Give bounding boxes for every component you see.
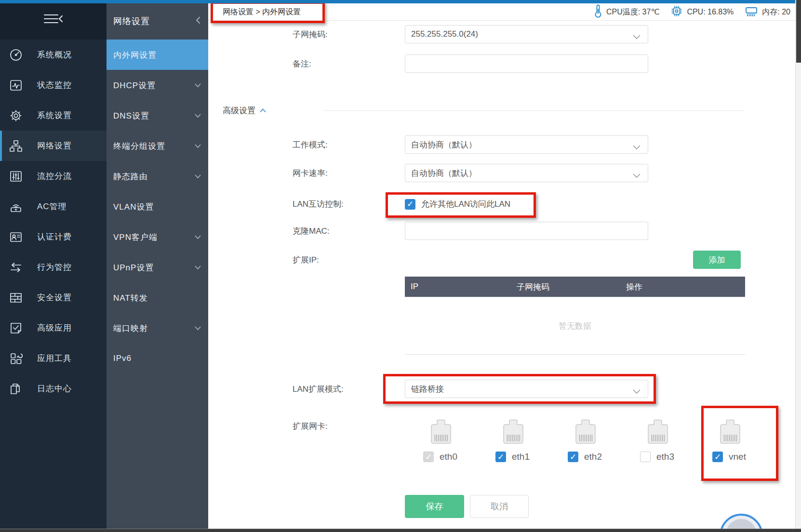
sidebar-item-app-tools[interactable]: 应用工具 [0,343,107,373]
lan-ext-mode-select[interactable]: 链路桥接 [405,380,648,398]
sidebar-item-security-settings[interactable]: 安全设置 [0,282,107,313]
nic-speed-select[interactable]: 自动协商（默认） [405,164,648,182]
router-admin-window: 系统概况 状态监控 系统设置 [0,0,801,532]
lan-access-checkbox[interactable] [405,199,415,210]
port-eth0: eth0 [423,419,471,446]
advanced-settings-toggle[interactable]: 高级设置 [223,105,267,116]
vertical-scrollbar [795,0,801,532]
sidebar-item-label: 应用工具 [37,353,72,364]
chevron-down-icon [194,323,201,333]
sidebar-item-advanced-apps[interactable]: 高级应用 [0,313,107,343]
submenu-item-static-routes[interactable]: 静态路由 [107,161,208,191]
chevron-down-icon [194,141,201,151]
breadcrumb: 网络设置 > 内外网设置 [223,7,301,17]
sidebar-collapse-button[interactable] [0,0,107,40]
sidebar-item-ac-management[interactable]: AC管理 [0,191,107,222]
subnet-mask-select[interactable]: 255.255.255.0(24) [405,25,648,43]
submenu-item-label: DNS设置 [113,110,149,121]
topbar: 网络设置 > 内外网设置 CPU温度: 37℃ CPU: 16.83% [208,3,795,21]
sidebar-item-system-settings[interactable]: 系统设置 [0,100,107,131]
port-name: eth2 [584,452,602,462]
submenu-item-nat-forwarding[interactable]: NAT转发 [107,282,208,313]
network-settings-submenu: 网络设置 内外网设置 DHCP设置 DNS设置 终端分组设置 静态路由 VLAN [107,0,208,532]
lan-access-label: LAN互访控制: [293,199,344,210]
submenu-item-terminal-grouping[interactable]: 终端分组设置 [107,131,208,161]
sidebar-item-auth-billing[interactable]: 认证计费 [0,222,107,252]
column-header-actions: 操作 [626,281,745,293]
work-mode-value: 自动协商（默认） [411,139,477,150]
cancel-button[interactable]: 取消 [470,495,529,518]
chevron-down-icon [194,263,201,272]
window-top-strip [0,0,795,3]
app-tools-icon [9,351,23,366]
sidebar-item-label: 网络设置 [37,140,72,151]
sidebar-item-label: AC管理 [37,201,67,212]
hamburger-collapse-icon [43,12,64,28]
submenu-item-label: UPnP设置 [113,262,154,273]
sidebar-item-behavior-control[interactable]: 行为管控 [0,252,107,282]
port-name: eth1 [512,452,530,462]
sidebar-item-label: 高级应用 [37,322,72,333]
port-eth3: eth3 [640,419,688,446]
ethernet-port-icon [643,438,672,446]
port-eth0-checkbox[interactable] [423,452,434,462]
chevron-down-icon [632,143,641,152]
cpu-usage-value: CPU: 16.83% [687,8,734,16]
ethernet-port-icon [427,438,455,446]
add-button[interactable]: 添加 [693,251,741,269]
main-sidebar: 系统概况 状态监控 系统设置 [0,0,107,532]
submenu-item-vpn-client[interactable]: VPN客户端 [107,222,208,252]
work-mode-label: 工作模式: [293,139,328,150]
work-mode-select[interactable]: 自动协商（默认） [405,135,648,154]
remark-label: 备注: [293,58,311,69]
save-button[interactable]: 保存 [405,495,464,518]
sidebar-item-network-settings[interactable]: 网络设置 [0,131,107,161]
submenu-item-port-mapping[interactable]: 端口映射 [107,313,208,343]
scrollbar-thumb[interactable] [796,0,801,63]
remark-input[interactable] [405,54,648,73]
advanced-settings-label: 高级设置 [223,105,255,116]
log-files-icon [9,382,23,396]
port-name: vnet [729,452,746,462]
id-card-icon [9,230,23,244]
submenu-item-dhcp[interactable]: DHCP设置 [107,70,208,100]
submenu-item-upnp[interactable]: UPnP设置 [107,252,208,282]
memory-icon [744,5,759,19]
submenu-header: 网络设置 [107,0,208,40]
subnet-mask-label: 子网掩码: [293,29,328,40]
submenu-item-vlan[interactable]: VLAN设置 [107,191,208,222]
sidebar-item-system-overview[interactable]: 系统概况 [0,40,107,70]
submenu-item-label: 端口映射 [113,322,148,333]
submenu-item-label: VPN客户端 [113,231,158,242]
sidebar-item-label: 流控分流 [37,171,72,182]
sidebar-item-status-monitor[interactable]: 状态监控 [0,70,107,100]
ethernet-port-icon [499,438,528,446]
ext-nic-label: 扩展网卡: [293,421,328,432]
chevron-down-icon [194,232,201,242]
submenu-item-label: 静态路由 [113,171,148,182]
submenu-item-ipv6[interactable]: IPv6 [107,343,208,373]
doc-check-icon [9,321,23,335]
sidebar-item-label: 日志中心 [37,383,72,394]
clone-mac-input[interactable] [405,222,648,240]
chevron-left-icon[interactable] [195,16,201,27]
ext-ip-label: 扩展IP: [293,254,319,266]
sidebar-item-log-center[interactable]: 日志中心 [0,373,107,404]
port-eth1-checkbox[interactable] [495,452,506,462]
chevron-down-icon [632,171,641,181]
lan-ext-mode-value: 链路桥接 [411,384,444,395]
port-vnet-checkbox[interactable] [712,452,723,462]
column-header-subnet: 子网掩码 [517,281,626,293]
lan-access-field: 允许其他LAN访问此LAN [405,199,510,210]
submenu-item-lan-wan[interactable]: 内外网设置 [107,40,208,70]
swap-arrows-icon [9,260,23,275]
sidebar-item-label: 安全设置 [37,292,72,303]
cpu-usage-stat: CPU: 16.83% [670,4,734,20]
window-bottom-edge [0,529,801,532]
port-eth2-checkbox[interactable] [568,452,578,462]
port-eth3-checkbox[interactable] [640,452,651,462]
submenu-item-label: IPv6 [113,354,132,363]
submenu-item-label: 内外网设置 [113,49,157,60]
sidebar-item-flow-control[interactable]: 流控分流 [0,161,107,191]
submenu-item-dns[interactable]: DNS设置 [107,100,208,131]
